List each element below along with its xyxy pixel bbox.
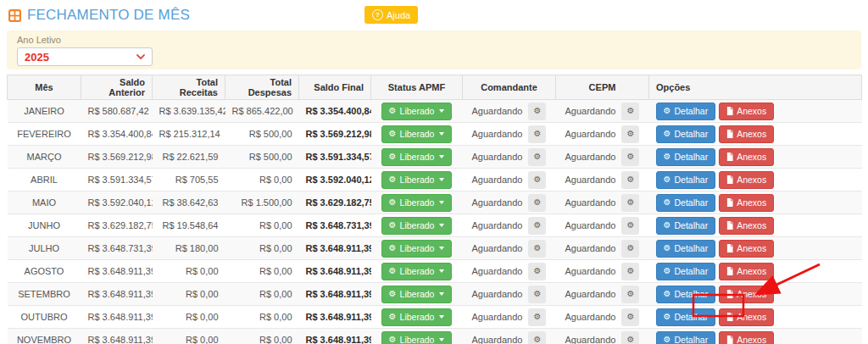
file-icon [726, 290, 733, 298]
anexos-label: Anexos [737, 220, 766, 231]
anexos-button[interactable]: Anexos [719, 103, 774, 120]
comandante-gear-button[interactable]: ⚙ [528, 148, 546, 166]
cepm-cell: Aguardando ⚙ [556, 191, 649, 214]
comandante-gear-button[interactable]: ⚙ [528, 286, 546, 303]
status-apmf-cell: ⚙ Liberado [371, 237, 463, 260]
file-icon [726, 198, 733, 207]
comandante-status-label: Aguardando [472, 243, 523, 253]
detalhar-button[interactable]: ⚙ Detalhar [656, 286, 716, 303]
gear-icon: ⚙ [389, 244, 397, 252]
cepm-cell: Aguardando ⚙ [556, 100, 649, 123]
status-apmf-button[interactable]: ⚙ Liberado [381, 194, 453, 212]
comandante-gear-button[interactable]: ⚙ [528, 263, 546, 280]
saldo-anterior-cell: R$ 580.687,42 [81, 100, 153, 123]
detalhar-label: Detalhar [674, 312, 708, 323]
status-apmf-button[interactable]: ⚙ Liberado [381, 125, 453, 143]
month-cell: NOVEMBRO [8, 329, 81, 344]
comandante-gear-button[interactable]: ⚙ [528, 217, 546, 235]
cepm-gear-button[interactable]: ⚙ [621, 125, 639, 143]
cepm-status-label: Aguardando [565, 312, 616, 322]
gear-icon: ⚙ [664, 313, 671, 321]
ajuda-button[interactable]: ? Ajuda [364, 6, 418, 24]
file-icon [726, 107, 733, 115]
status-apmf-button[interactable]: ⚙ Liberado [381, 171, 453, 189]
anexos-button[interactable]: Anexos [719, 308, 774, 326]
cepm-cell: Aguardando ⚙ [556, 123, 649, 146]
month-label: AGOSTO [25, 266, 64, 276]
anexos-label: Anexos [737, 129, 766, 140]
total-receitas-cell: R$ 0,00 [153, 306, 225, 329]
anexos-button[interactable]: Anexos [719, 125, 774, 143]
status-apmf-button[interactable]: ⚙ Liberado [381, 263, 453, 280]
months-table: Mês Saldo Anterior Total Receitas Total … [7, 75, 862, 344]
cepm-gear-button[interactable]: ⚙ [621, 286, 639, 303]
comandante-gear-button[interactable]: ⚙ [528, 103, 546, 120]
comandante-gear-button[interactable]: ⚙ [528, 308, 546, 326]
comandante-gear-button[interactable]: ⚙ [528, 125, 546, 143]
gear-icon: ⚙ [533, 266, 541, 275]
detalhar-button[interactable]: ⚙ Detalhar [656, 331, 716, 344]
cepm-gear-button[interactable]: ⚙ [621, 148, 639, 166]
gear-icon: ⚙ [664, 130, 671, 138]
file-icon [726, 267, 733, 275]
anexos-button[interactable]: Anexos [719, 194, 774, 212]
status-apmf-label: Liberado [400, 312, 435, 323]
cepm-gear-button[interactable]: ⚙ [621, 194, 639, 212]
anexos-button[interactable]: Anexos [719, 286, 774, 303]
saldo-final-cell: R$ 3.629.182,75 [299, 191, 371, 214]
anexos-button[interactable]: Anexos [719, 263, 774, 280]
detalhar-button[interactable]: ⚙ Detalhar [656, 103, 716, 120]
detalhar-button[interactable]: ⚙ Detalhar [656, 125, 716, 143]
anexos-button[interactable]: Anexos [719, 331, 774, 344]
gear-icon: ⚙ [533, 312, 541, 321]
ano-letivo-select[interactable]: 2025 [17, 47, 153, 66]
anexos-button[interactable]: Anexos [719, 171, 774, 189]
comandante-status-label: Aguardando [472, 106, 523, 116]
detalhar-button[interactable]: ⚙ Detalhar [656, 171, 716, 189]
month-cell: SETEMBRO [8, 283, 81, 306]
detalhar-button[interactable]: ⚙ Detalhar [656, 240, 716, 258]
comandante-cell: Aguardando ⚙ [463, 123, 556, 146]
total-despesas-cell: R$ 0,00 [225, 237, 299, 260]
status-apmf-button[interactable]: ⚙ Liberado [381, 286, 453, 303]
gear-icon: ⚙ [626, 312, 634, 321]
comandante-cell: Aguardando ⚙ [463, 283, 556, 306]
comandante-gear-button[interactable]: ⚙ [528, 171, 546, 189]
cepm-gear-button[interactable]: ⚙ [621, 308, 639, 326]
cepm-gear-button[interactable]: ⚙ [621, 103, 639, 120]
saldo-anterior-cell: R$ 3.648.731,39 [81, 237, 153, 260]
status-apmf-label: Liberado [400, 106, 435, 117]
detalhar-button[interactable]: ⚙ Detalhar [656, 217, 716, 235]
status-apmf-button[interactable]: ⚙ Liberado [381, 331, 453, 344]
detalhar-button[interactable]: ⚙ Detalhar [656, 263, 716, 280]
detalhar-button[interactable]: ⚙ Detalhar [656, 308, 716, 326]
status-apmf-cell: ⚙ Liberado [371, 123, 463, 146]
status-apmf-label: Liberado [400, 289, 435, 300]
status-apmf-button[interactable]: ⚙ Liberado [381, 240, 453, 258]
comandante-gear-button[interactable]: ⚙ [528, 240, 546, 258]
anexos-button[interactable]: Anexos [719, 148, 774, 166]
comandante-gear-button[interactable]: ⚙ [528, 331, 546, 344]
anexos-button[interactable]: Anexos [719, 217, 774, 235]
caret-down-icon [439, 224, 444, 227]
cepm-gear-button[interactable]: ⚙ [621, 263, 639, 280]
status-apmf-button[interactable]: ⚙ Liberado [381, 148, 453, 166]
detalhar-button[interactable]: ⚙ Detalhar [656, 194, 716, 212]
cepm-gear-button[interactable]: ⚙ [621, 171, 639, 189]
cepm-gear-button[interactable]: ⚙ [621, 240, 639, 258]
comandante-gear-button[interactable]: ⚙ [528, 194, 546, 212]
comandante-cell: Aguardando ⚙ [463, 214, 556, 237]
table-row: FEVEREIRO R$ 3.354.400,84 R$ 215.312,14 … [8, 123, 862, 146]
total-receitas-cell: R$ 0,00 [153, 260, 225, 283]
page-title: FECHAMENTO DE MÊS [8, 7, 860, 24]
status-apmf-button[interactable]: ⚙ Liberado [381, 217, 453, 235]
detalhar-button[interactable]: ⚙ Detalhar [656, 148, 716, 166]
status-apmf-button[interactable]: ⚙ Liberado [381, 103, 453, 120]
detalhar-label: Detalhar [674, 266, 708, 277]
gear-icon: ⚙ [626, 106, 634, 115]
cepm-gear-button[interactable]: ⚙ [621, 331, 639, 344]
anexos-button[interactable]: Anexos [719, 240, 774, 258]
status-apmf-button[interactable]: ⚙ Liberado [381, 308, 453, 326]
cepm-gear-button[interactable]: ⚙ [621, 217, 639, 235]
total-receitas-cell: R$ 22.621,59 [153, 146, 225, 169]
